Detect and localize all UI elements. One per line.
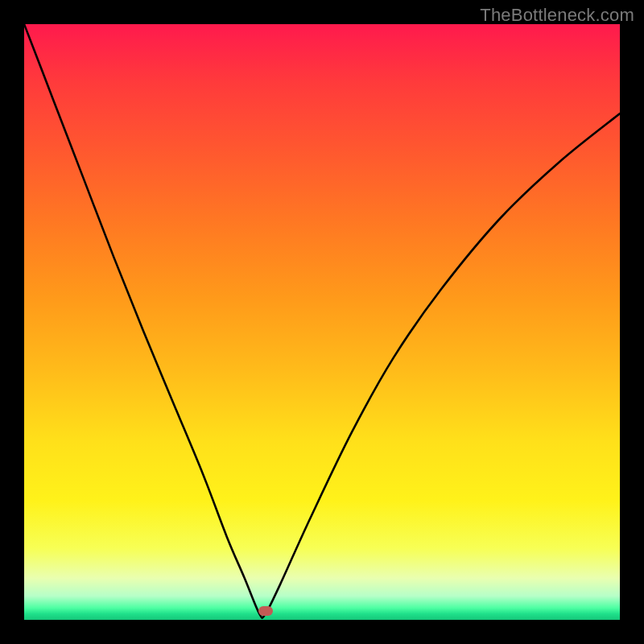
- bottleneck-curve: [24, 24, 620, 620]
- watermark-text: TheBottleneck.com: [480, 5, 634, 26]
- minimum-marker: [258, 606, 273, 616]
- chart-frame: TheBottleneck.com: [0, 0, 644, 644]
- plot-area: [24, 24, 620, 620]
